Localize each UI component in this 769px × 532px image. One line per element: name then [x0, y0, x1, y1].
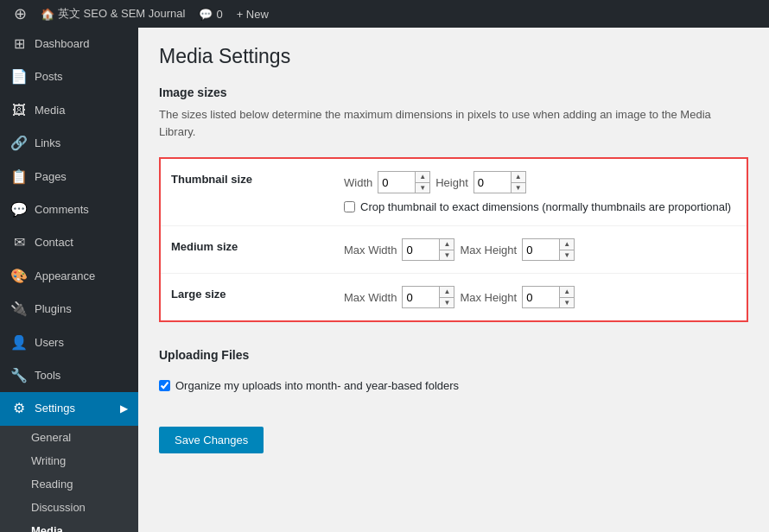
thumbnail-width-input-wrap[interactable]: ▲ ▼: [378, 171, 430, 193]
uploading-files-section: Uploading Files Organize my uploads into…: [159, 348, 748, 392]
sidebar-item-label: Settings: [35, 401, 75, 416]
large-height-up[interactable]: ▲: [560, 287, 574, 297]
thumbnail-fields: Width ▲ ▼ Height: [334, 159, 747, 226]
large-fields: Max Width ▲ ▼ Max Height: [334, 274, 747, 321]
thumbnail-label: Thumbnail size: [161, 159, 334, 226]
users-icon: 👤: [10, 333, 28, 352]
thumbnail-row: Thumbnail size Width ▲ ▼ Height: [161, 159, 747, 226]
medium-fields: Max Width ▲ ▼ Max Height: [334, 226, 747, 274]
medium-width-input[interactable]: [403, 241, 439, 259]
image-sizes-description: The sizes listed below determine the max…: [159, 106, 748, 140]
submenu-writing-label: Writing: [31, 454, 66, 467]
thumbnail-height-input-wrap[interactable]: ▲ ▼: [473, 171, 526, 193]
comments-count: 0: [216, 8, 222, 21]
sidebar-item-label: Contact: [35, 235, 73, 250]
page-title: Media Settings: [159, 45, 748, 68]
thumbnail-crop-label: Crop thumbnail to exact dimensions (norm…: [360, 200, 731, 213]
sidebar-item-media[interactable]: 🖼 Media: [0, 94, 138, 127]
height-label: Height: [435, 176, 468, 189]
site-name: 英文 SEO & SEM Journal: [58, 6, 185, 22]
links-icon: 🔗: [10, 134, 28, 153]
thumbnail-width-down[interactable]: ▼: [416, 182, 429, 193]
sidebar-item-label: Pages: [35, 169, 67, 185]
settings-submenu: General Writing Reading Discussion Media: [0, 426, 138, 532]
image-sizes-box: Thumbnail size Width ▲ ▼ Height: [159, 157, 748, 322]
medium-width-up[interactable]: ▲: [440, 239, 454, 250]
submenu-general[interactable]: General: [0, 426, 138, 449]
tools-icon: 🔧: [10, 366, 28, 385]
large-height-down[interactable]: ▼: [560, 297, 574, 307]
medium-row: Medium size Max Width ▲ ▼ Max H: [161, 226, 747, 274]
thumbnail-height-spinner[interactable]: ▲ ▼: [511, 172, 525, 193]
medium-width-down[interactable]: ▼: [440, 250, 454, 260]
medium-height-up[interactable]: ▲: [560, 239, 574, 250]
sidebar-item-label: Comments: [35, 202, 89, 218]
comments-item[interactable]: 💬 0: [192, 0, 229, 28]
medium-height-down[interactable]: ▼: [560, 250, 574, 260]
wp-logo-item[interactable]: ⊕: [7, 0, 34, 28]
large-width-spinner[interactable]: ▲ ▼: [439, 287, 454, 307]
medium-height-input-wrap[interactable]: ▲ ▼: [522, 238, 575, 261]
large-width-input[interactable]: [403, 288, 439, 307]
large-width-up[interactable]: ▲: [440, 287, 454, 297]
medium-height-input[interactable]: [523, 241, 559, 259]
organize-uploads-checkbox[interactable]: [159, 380, 170, 391]
organize-uploads-row: Organize my uploads into month- and year…: [159, 379, 748, 392]
thumbnail-height-down[interactable]: ▼: [512, 182, 525, 193]
settings-icon: ⚙: [10, 399, 28, 418]
medium-label: Medium size: [161, 226, 334, 274]
sidebar-item-posts[interactable]: 📄 Posts: [0, 60, 138, 93]
medium-height-spinner[interactable]: ▲ ▼: [559, 239, 574, 260]
submenu-writing[interactable]: Writing: [0, 449, 138, 472]
large-dimensions-row: Max Width ▲ ▼ Max Height: [344, 286, 736, 308]
medium-width-input-wrap[interactable]: ▲ ▼: [402, 238, 454, 261]
sidebar-item-settings[interactable]: ⚙ Settings ▶: [0, 392, 138, 425]
large-width-down[interactable]: ▼: [440, 297, 454, 307]
appearance-icon: 🎨: [10, 267, 28, 286]
new-item[interactable]: + New: [230, 0, 276, 28]
sidebar-item-links[interactable]: 🔗 Links: [0, 127, 138, 160]
thumbnail-height-up[interactable]: ▲: [512, 172, 525, 182]
thumbnail-crop-row: Crop thumbnail to exact dimensions (norm…: [344, 200, 736, 213]
medium-max-height-label: Max Height: [460, 244, 517, 256]
sidebar: ⊞ Dashboard 📄 Posts 🖼 Media 🔗 Links 📋 Pa…: [0, 28, 138, 532]
thumbnail-height-input[interactable]: [474, 174, 511, 192]
thumbnail-width-spinner[interactable]: ▲ ▼: [415, 172, 429, 193]
large-label: Large size: [161, 274, 334, 321]
large-height-input-wrap[interactable]: ▲ ▼: [522, 286, 575, 308]
submenu-discussion-label: Discussion: [31, 501, 86, 514]
sidebar-item-comments[interactable]: 💬 Comments: [0, 193, 138, 226]
sidebar-item-tools[interactable]: 🔧 Tools: [0, 359, 138, 392]
dashboard-icon: ⊞: [10, 35, 28, 54]
plugins-icon: 🔌: [10, 300, 28, 319]
thumbnail-crop-checkbox[interactable]: [344, 201, 355, 212]
comments-icon: 💬: [199, 8, 213, 21]
sidebar-item-contact[interactable]: ✉ Contact: [0, 226, 138, 259]
sidebar-item-pages[interactable]: 📋 Pages: [0, 161, 138, 193]
site-name-item[interactable]: 🏠 英文 SEO & SEM Journal: [34, 0, 192, 28]
sidebar-item-dashboard[interactable]: ⊞ Dashboard: [0, 28, 138, 60]
submenu-reading[interactable]: Reading: [0, 472, 138, 496]
sidebar-item-users[interactable]: 👤 Users: [0, 326, 138, 359]
submenu-discussion[interactable]: Discussion: [0, 496, 138, 519]
large-max-width-label: Max Width: [344, 291, 397, 304]
thumbnail-dimensions-row: Width ▲ ▼ Height: [344, 171, 736, 193]
save-changes-button[interactable]: Save Changes: [159, 427, 264, 453]
sidebar-item-appearance[interactable]: 🎨 Appearance: [0, 260, 138, 293]
large-width-input-wrap[interactable]: ▲ ▼: [402, 286, 454, 308]
thumbnail-width-up[interactable]: ▲: [416, 172, 429, 182]
main-content: Media Settings Image sizes The sizes lis…: [138, 28, 769, 532]
media-icon: 🖼: [10, 101, 28, 120]
submenu-media[interactable]: Media: [0, 519, 138, 532]
posts-icon: 📄: [10, 67, 28, 86]
thumbnail-width-input[interactable]: [378, 174, 415, 192]
large-height-spinner[interactable]: ▲ ▼: [559, 287, 574, 307]
uploading-files-title: Uploading Files: [159, 348, 748, 362]
medium-max-width-label: Max Width: [344, 244, 397, 256]
large-max-height-label: Max Height: [460, 291, 517, 304]
sidebar-item-label: Links: [35, 136, 60, 151]
submenu-reading-label: Reading: [31, 478, 73, 491]
large-height-input[interactable]: [523, 288, 559, 307]
sidebar-item-plugins[interactable]: 🔌 Plugins: [0, 293, 138, 326]
medium-width-spinner[interactable]: ▲ ▼: [439, 239, 454, 260]
